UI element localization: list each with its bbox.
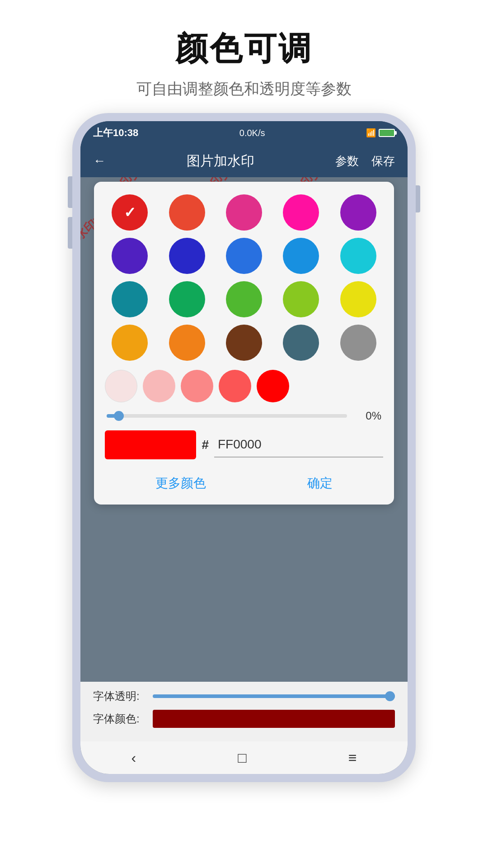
- opacity-slider[interactable]: [107, 414, 347, 418]
- opacity-thumb[interactable]: [114, 411, 124, 421]
- color-hot-pink[interactable]: [226, 194, 262, 231]
- color-orange-red[interactable]: [169, 194, 205, 231]
- status-right: 📶: [366, 128, 395, 138]
- status-bar: 上午10:38 0.0K/s 📶: [80, 121, 408, 145]
- color-lime-green[interactable]: [226, 281, 262, 317]
- color-preview-row: #: [105, 430, 383, 459]
- color-blue-dark[interactable]: [169, 238, 205, 274]
- back-button[interactable]: ←: [93, 154, 106, 168]
- font-color-row: 字体颜色:: [93, 710, 395, 728]
- color-preview-rect: [105, 430, 196, 459]
- opacity-value: 0%: [354, 410, 381, 422]
- color-amber[interactable]: [112, 325, 148, 361]
- dialog-actions: 更多颜色 确定: [105, 467, 383, 495]
- volume-up-button[interactable]: [68, 176, 72, 208]
- more-colors-button[interactable]: 更多颜色: [137, 471, 224, 495]
- color-picker-dialog: 0% # 更多颜色 确定: [94, 182, 394, 505]
- color-magenta[interactable]: [283, 194, 319, 231]
- page-title: 颜色可调: [0, 27, 488, 71]
- color-purple[interactable]: [340, 194, 376, 231]
- phone-frame: 上午10:38 0.0K/s 📶 ← 图片加水印 参数 保存 水印文字样式 水印…: [72, 113, 416, 782]
- font-transparency-slider[interactable]: [153, 694, 395, 698]
- color-yellow[interactable]: [340, 281, 376, 317]
- watermark-background: 水印文字样式 水印文字样式 水印文字样式 水印文字样式 水印文字样式: [80, 177, 408, 682]
- params-button[interactable]: 参数: [335, 153, 359, 169]
- volume-down-button[interactable]: [68, 217, 72, 249]
- color-cyan[interactable]: [340, 238, 376, 274]
- font-transparency-label: 字体透明:: [93, 689, 147, 703]
- color-deep-purple[interactable]: [112, 238, 148, 274]
- color-grid: [105, 194, 383, 361]
- font-transparency-thumb[interactable]: [385, 691, 395, 701]
- bottom-nav: ‹ □ ≡: [80, 741, 408, 774]
- color-red[interactable]: [112, 194, 148, 231]
- status-time: 上午10:38: [93, 126, 138, 140]
- color-orange[interactable]: [169, 325, 205, 361]
- wifi-icon: 📶: [366, 128, 376, 138]
- nav-back-icon[interactable]: ‹: [131, 750, 136, 766]
- gradient-circle-1[interactable]: [105, 370, 137, 402]
- nav-home-icon[interactable]: □: [238, 750, 246, 766]
- nav-title: 图片加水印: [187, 152, 254, 170]
- nav-bar: ← 图片加水印 参数 保存: [80, 145, 408, 177]
- battery-fill: [380, 130, 394, 136]
- color-gray[interactable]: [340, 325, 376, 361]
- color-slate[interactable]: [283, 325, 319, 361]
- nav-actions: 参数 保存: [335, 153, 395, 169]
- color-teal[interactable]: [112, 281, 148, 317]
- font-transparency-row: 字体透明:: [93, 689, 395, 703]
- color-brown[interactable]: [226, 325, 262, 361]
- gradient-circle-5[interactable]: [257, 370, 289, 402]
- save-button[interactable]: 保存: [371, 153, 395, 169]
- gradient-row: [105, 370, 383, 402]
- font-color-label: 字体颜色:: [93, 712, 147, 726]
- nav-menu-icon[interactable]: ≡: [348, 750, 357, 766]
- page-subtitle: 可自由调整颜色和透明度等参数: [0, 79, 488, 99]
- color-sky-blue[interactable]: [283, 238, 319, 274]
- font-color-preview[interactable]: [153, 710, 395, 728]
- page-title-area: 颜色可调 可自由调整颜色和透明度等参数: [0, 0, 488, 108]
- confirm-button[interactable]: 确定: [289, 471, 351, 495]
- opacity-row: 0%: [105, 410, 383, 422]
- phone-screen: 上午10:38 0.0K/s 📶 ← 图片加水印 参数 保存 水印文字样式 水印…: [80, 121, 408, 774]
- color-yellow-green[interactable]: [283, 281, 319, 317]
- gradient-circle-4[interactable]: [219, 370, 251, 402]
- status-network: 0.0K/s: [239, 128, 265, 138]
- gradient-circle-3[interactable]: [181, 370, 213, 402]
- params-panel: 字体透明: 字体颜色:: [80, 682, 408, 741]
- color-green[interactable]: [169, 281, 205, 317]
- hex-label: #: [202, 438, 209, 452]
- battery-icon: [379, 129, 395, 137]
- hex-input[interactable]: [214, 432, 383, 458]
- power-button[interactable]: [416, 185, 420, 212]
- gradient-circle-2[interactable]: [143, 370, 175, 402]
- color-blue[interactable]: [226, 238, 262, 274]
